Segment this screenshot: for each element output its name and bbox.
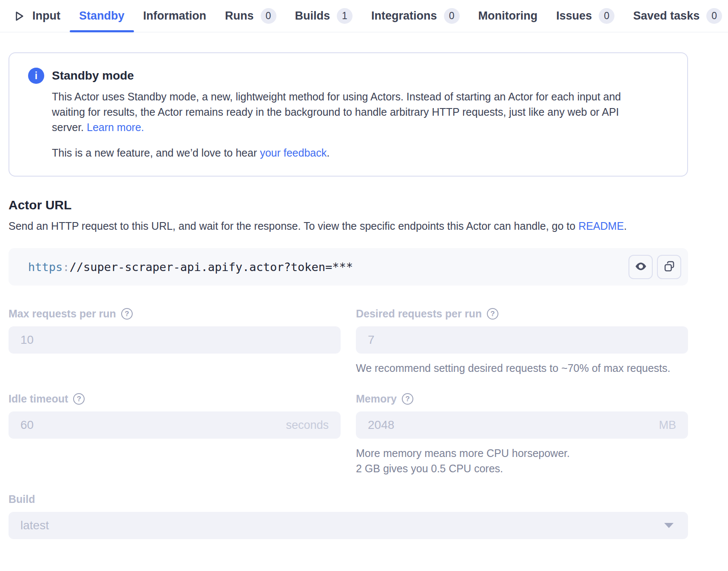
max-requests-label: Max requests per run xyxy=(9,308,116,320)
memory-input[interactable]: 2048 MB xyxy=(356,411,688,439)
tab-label: Runs xyxy=(225,9,254,23)
notice-feedback-line: This is a new feature, and we’d love to … xyxy=(52,145,634,160)
tab-runs[interactable]: Runs 0 xyxy=(216,0,286,32)
idle-timeout-unit: seconds xyxy=(286,419,329,432)
desired-requests-label-row: Desired requests per run ? xyxy=(356,308,688,320)
idle-timeout-input[interactable]: 60 seconds xyxy=(9,411,341,439)
tab-label: Information xyxy=(143,9,207,23)
help-icon[interactable]: ? xyxy=(73,393,85,405)
readme-link[interactable]: README xyxy=(578,220,624,232)
url-rest: //super-scraper-api.apify.actor?token=**… xyxy=(70,260,353,274)
desired-requests-label: Desired requests per run xyxy=(356,308,482,320)
help-icon[interactable]: ? xyxy=(121,308,133,320)
actor-url-value: https://super-scraper-api.apify.actor?to… xyxy=(28,260,353,274)
tab-information[interactable]: Information xyxy=(134,0,216,32)
memory-helper-line1: More memory means more CPU horsepower. xyxy=(356,445,688,461)
tab-count-badge: 1 xyxy=(337,8,353,24)
actor-url-box: https://super-scraper-api.apify.actor?to… xyxy=(9,248,688,286)
memory-helper: More memory means more CPU horsepower. 2… xyxy=(356,445,688,476)
field-build: Build latest xyxy=(9,493,688,539)
build-select[interactable]: latest xyxy=(9,512,688,539)
actor-tab-bar: Input Standby Information Runs 0 Builds … xyxy=(0,0,728,32)
field-idle-timeout: Idle timeout ? 60 seconds xyxy=(9,393,341,476)
tab-label: Builds xyxy=(295,9,330,23)
actor-url-description: Send an HTTP request to this URL, and wa… xyxy=(9,218,629,234)
field-max-requests: Max requests per run ? 10 xyxy=(9,308,341,376)
tab-issues[interactable]: Issues 0 xyxy=(547,0,624,32)
readme-suffix: . xyxy=(624,220,627,232)
eye-icon xyxy=(634,260,647,274)
notice-title: Standby mode xyxy=(52,69,134,83)
tab-saved-tasks[interactable]: Saved tasks 0 xyxy=(624,0,728,32)
build-value: latest xyxy=(20,519,49,532)
field-desired-requests: Desired requests per run ? 7 We recommen… xyxy=(356,308,688,376)
standby-settings-form: Max requests per run ? 10 Desired reques… xyxy=(9,308,688,539)
standby-mode-notice: i Standby mode This Actor uses Standby m… xyxy=(9,52,688,177)
info-icon: i xyxy=(28,68,44,84)
tab-builds[interactable]: Builds 1 xyxy=(286,0,362,32)
max-requests-input[interactable]: 10 xyxy=(9,326,341,354)
desired-requests-helper: We recommend setting desired requests to… xyxy=(356,360,688,376)
feedback-prefix: This is a new feature, and we’d love to … xyxy=(52,147,260,159)
memory-helper-line2: 2 GB gives you 0.5 CPU cores. xyxy=(356,461,688,476)
tab-count-badge: 0 xyxy=(444,8,460,24)
tab-label: Monitoring xyxy=(478,9,537,23)
memory-value: 2048 xyxy=(368,418,394,432)
idle-timeout-label: Idle timeout xyxy=(9,393,68,405)
help-icon[interactable]: ? xyxy=(487,308,498,320)
tab-input[interactable]: Input xyxy=(13,0,70,32)
tab-standby[interactable]: Standby xyxy=(70,0,134,32)
chevron-down-icon xyxy=(664,523,674,528)
url-separator: : xyxy=(63,260,69,274)
tab-label: Standby xyxy=(79,9,125,23)
feedback-link[interactable]: your feedback xyxy=(260,147,327,159)
tab-label: Saved tasks xyxy=(633,9,700,23)
build-label: Build xyxy=(9,493,35,505)
learn-more-link[interactable]: Learn more. xyxy=(87,121,144,133)
play-icon xyxy=(13,10,26,23)
max-requests-label-row: Max requests per run ? xyxy=(9,308,341,320)
actor-url-description-text: Send an HTTP request to this URL, and wa… xyxy=(9,220,578,232)
memory-label: Memory xyxy=(356,393,397,405)
build-label-row: Build xyxy=(9,493,688,505)
tab-label: Integrations xyxy=(371,9,437,23)
tab-count-badge: 0 xyxy=(261,8,276,24)
memory-label-row: Memory ? xyxy=(356,393,688,405)
field-memory: Memory ? 2048 MB More memory means more … xyxy=(356,393,688,476)
idle-timeout-value: 60 xyxy=(20,418,34,432)
tab-label: Input xyxy=(32,9,60,23)
copy-icon xyxy=(663,260,675,274)
feedback-suffix: . xyxy=(327,147,330,159)
help-icon[interactable]: ? xyxy=(402,393,413,405)
max-requests-value: 10 xyxy=(20,333,34,347)
tab-label: Issues xyxy=(556,9,592,23)
tab-integrations[interactable]: Integrations 0 xyxy=(362,0,469,32)
tab-monitoring[interactable]: Monitoring xyxy=(469,0,547,32)
copy-url-button[interactable] xyxy=(657,255,681,279)
desired-requests-value: 7 xyxy=(368,333,375,347)
reveal-token-button[interactable] xyxy=(628,255,653,279)
idle-timeout-label-row: Idle timeout ? xyxy=(9,393,341,405)
notice-body: This Actor uses Standby mode, a new, lig… xyxy=(52,89,634,135)
memory-unit: MB xyxy=(659,419,677,432)
tab-count-badge: 0 xyxy=(706,8,722,24)
desired-requests-input[interactable]: 7 xyxy=(356,326,688,354)
url-scheme: https xyxy=(28,260,63,274)
tab-count-badge: 0 xyxy=(599,8,614,24)
actor-url-title: Actor URL xyxy=(9,198,728,212)
